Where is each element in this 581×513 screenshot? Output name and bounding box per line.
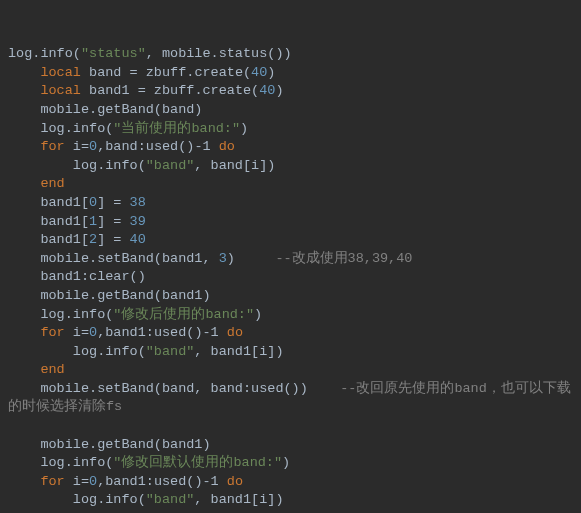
line: [8, 418, 16, 433]
line: mobile.setBand(band, band:used()) --改回原先…: [8, 381, 571, 415]
line: log.info("band", band1[i]): [8, 492, 284, 507]
line: log.info("band", band[i]): [8, 158, 275, 173]
ident: info: [40, 46, 72, 61]
line: mobile.getBand(band): [8, 102, 202, 117]
line: local band = zbuff.create(40): [8, 65, 275, 80]
line: for i=0,band:used()-1 do: [8, 139, 235, 154]
comment: --改成使用38,39,40: [275, 251, 412, 266]
line: band1[2] = 40: [8, 232, 146, 247]
ident: log: [8, 46, 32, 61]
number: 40: [251, 65, 267, 80]
string: "当前使用的band:": [113, 121, 240, 136]
line: band1[1] = 39: [8, 214, 146, 229]
line: log.info("当前使用的band:"): [8, 121, 248, 136]
line: log.info("band", band1[i]): [8, 344, 284, 359]
line: log.info("修改回默认使用的band:"): [8, 455, 290, 470]
line: band1:clear(): [8, 269, 146, 284]
line: end: [8, 362, 65, 377]
keyword: local: [40, 65, 81, 80]
line: end: [8, 176, 65, 191]
code-block: log.info("status", mobile.status()) loca…: [8, 46, 571, 513]
line: mobile.getBand(band1): [8, 288, 211, 303]
line: band1[0] = 38: [8, 195, 146, 210]
string: "status": [81, 46, 146, 61]
line: local band1 = zbuff.create(40): [8, 83, 284, 98]
line: for i=0,band1:used()-1 do: [8, 474, 243, 489]
line: log.info("修改后使用的band:"): [8, 307, 262, 322]
line: mobile.getBand(band1): [8, 437, 211, 452]
line: mobile.setBand(band1, 3) --改成使用38,39,40: [8, 251, 412, 266]
line: log.info("status", mobile.status()): [8, 46, 292, 61]
line: for i=0,band1:used()-1 do: [8, 325, 243, 340]
